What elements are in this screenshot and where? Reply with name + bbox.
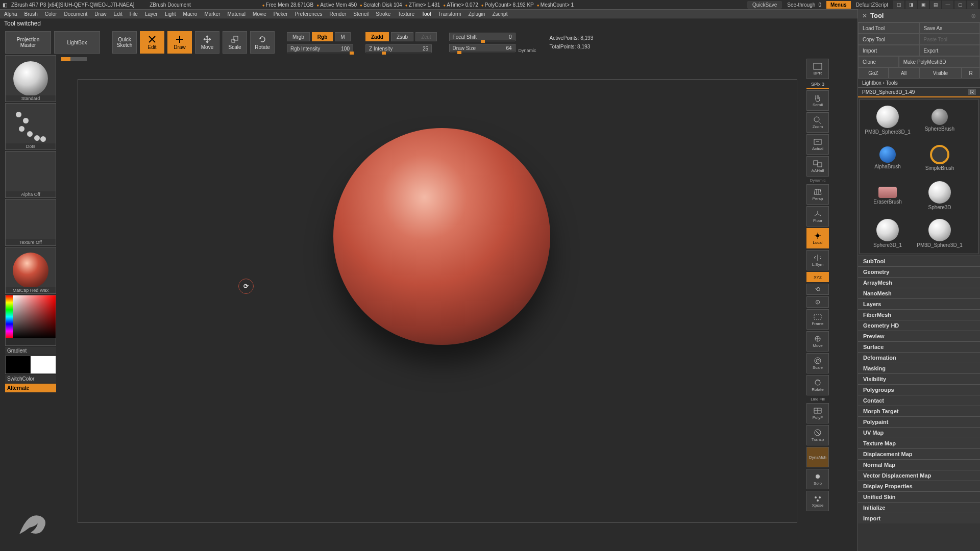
accordion-initialize[interactable]: Initialize <box>858 502 980 513</box>
rotate-axis-button[interactable]: ⟲ <box>806 284 829 295</box>
z-intensity-slider[interactable]: Z Intensity25 <box>365 44 432 53</box>
zsub-button[interactable]: Zsub <box>391 32 413 41</box>
save-as-button[interactable]: Save As <box>919 22 981 34</box>
accordion-geometry-hd[interactable]: Geometry HD <box>858 320 980 331</box>
accordion-deformation[interactable]: Deformation <box>858 352 980 363</box>
import-button[interactable]: Import <box>858 45 919 56</box>
stroke-thumb[interactable]: Dots <box>5 103 56 150</box>
move-mode-button[interactable]: Move <box>195 31 219 54</box>
current-tool-name[interactable]: PM3D_Sphere3D_1.49 R <box>858 88 980 97</box>
menu-stroke[interactable]: Stroke <box>376 11 390 17</box>
brush-thumb[interactable]: Standard <box>5 55 56 102</box>
accordion-polygroups[interactable]: Polygroups <box>858 384 980 395</box>
make-polymesh-button[interactable]: Make PolyMesh3D <box>899 56 980 67</box>
menu-preferences[interactable]: Preferences <box>295 11 323 17</box>
accordion-surface[interactable]: Surface <box>858 341 980 352</box>
menu-macro[interactable]: Macro <box>183 11 198 17</box>
frame-button[interactable]: Frame <box>806 309 829 330</box>
quick-sketch-button[interactable]: Quick Sketch <box>112 31 137 54</box>
scale-mode-button[interactable]: Scale <box>223 31 247 54</box>
saturation-box[interactable] <box>13 295 56 338</box>
accordion-morph-target[interactable]: Morph Target <box>858 406 980 416</box>
tool-item-4[interactable]: EraserBrush <box>863 178 912 213</box>
panel-close-icon[interactable]: ✕ <box>862 12 867 19</box>
menu-render[interactable]: Render <box>330 11 347 17</box>
tool-item-0[interactable]: PM3D_Sphere3D_1 <box>863 103 912 137</box>
panel-pin-icon[interactable]: ◎ <box>971 13 976 18</box>
color-picker[interactable] <box>5 295 56 346</box>
quicksave-button[interactable]: QuickSave <box>747 1 782 9</box>
rotate-cam-button[interactable]: Rotate <box>806 375 829 395</box>
accordion-vector-displacement-map[interactable]: Vector Displacement Map <box>858 470 980 481</box>
zoom-fit-button[interactable]: ⊙ <box>806 296 829 308</box>
menu-layer[interactable]: Layer <box>145 11 158 17</box>
goz-r-button[interactable]: R <box>962 67 980 79</box>
menu-light[interactable]: Light <box>165 11 176 17</box>
xpose-button[interactable]: Xpose <box>806 491 829 511</box>
accordion-display-properties[interactable]: Display Properties <box>858 481 980 491</box>
menus-toggle[interactable]: Menus <box>826 1 851 9</box>
tool-item-6[interactable]: Sphere3D_1 <box>863 216 912 251</box>
tool-item-1[interactable]: SphereBrush <box>915 103 964 137</box>
rotate-mode-button[interactable]: Rotate <box>250 31 275 54</box>
timeline-mini[interactable] <box>61 57 87 61</box>
menu-texture[interactable]: Texture <box>398 11 414 17</box>
accordion-texture-map[interactable]: Texture Map <box>858 438 980 448</box>
zcut-button[interactable]: Zcut <box>415 32 436 41</box>
goz-visible-button[interactable]: Visible <box>919 67 962 79</box>
aahalf-button[interactable]: AAHalf <box>806 156 829 177</box>
maximize-button[interactable]: ▢ <box>954 1 966 9</box>
mesh-sphere[interactable] <box>333 128 550 345</box>
xyz-button[interactable]: XYZ <box>806 272 829 282</box>
tool-item-2[interactable]: AlphaBrush <box>863 140 912 175</box>
menu-marker[interactable]: Marker <box>204 11 220 17</box>
draw-size-slider[interactable]: Draw Size64 <box>449 44 516 52</box>
accordion-masking[interactable]: Masking <box>858 363 980 373</box>
accordion-polypaint[interactable]: Polypaint <box>858 416 980 427</box>
projection-master-button[interactable]: Projection Master <box>5 31 51 54</box>
swatch-black[interactable] <box>5 356 31 374</box>
script-name[interactable]: DefaultZScript <box>852 1 892 9</box>
menu-zscript[interactable]: Zscript <box>492 11 507 17</box>
menu-movie[interactable]: Movie <box>253 11 266 17</box>
accordion-contact[interactable]: Contact <box>858 395 980 406</box>
polyf-button[interactable]: PolyF <box>806 403 829 423</box>
mrgb-button[interactable]: Mrgb <box>287 32 310 41</box>
viewport[interactable]: ⟳ <box>78 79 797 523</box>
lightbox-button[interactable]: LightBox <box>54 31 100 54</box>
menu-document[interactable]: Document <box>64 11 88 17</box>
floor-button[interactable]: Floor <box>806 206 829 227</box>
zadd-button[interactable]: Zadd <box>365 32 389 41</box>
actual-button[interactable]: Actual <box>806 134 829 155</box>
export-button[interactable]: Export <box>919 45 981 56</box>
menu-alpha[interactable]: Alpha <box>4 11 17 17</box>
goz-all-button[interactable]: All <box>889 67 919 79</box>
hue-strip[interactable] <box>6 295 13 338</box>
menu-color[interactable]: Color <box>45 11 57 17</box>
draw-mode-button[interactable]: Draw <box>167 31 192 54</box>
accordion-displacement-map[interactable]: Displacement Map <box>858 448 980 459</box>
close-button[interactable]: ✕ <box>967 1 978 9</box>
menu-transform[interactable]: Transform <box>438 11 461 17</box>
accordion-fibermesh[interactable]: FiberMesh <box>858 309 980 320</box>
solo-button[interactable]: Solo <box>806 469 829 489</box>
accordion-preview[interactable]: Preview <box>858 331 980 341</box>
menu-edit[interactable]: Edit <box>114 11 122 17</box>
zoom-button[interactable]: Zoom <box>806 112 829 133</box>
accordion-import[interactable]: Import <box>858 513 980 523</box>
local-button[interactable]: Local <box>806 228 829 248</box>
accordion-arraymesh[interactable]: ArrayMesh <box>858 277 980 288</box>
gradient-toggle[interactable]: Gradient <box>5 347 56 355</box>
seethrough-slider[interactable]: See-through 0 <box>783 1 825 9</box>
copy-tool-button[interactable]: Copy Tool <box>858 34 919 45</box>
window-btn-3[interactable]: ▣ <box>918 1 929 9</box>
window-btn-1[interactable]: ◫ <box>893 1 904 9</box>
rgb-button[interactable]: Rgb <box>312 32 333 41</box>
lsym-button[interactable]: L.Sym <box>806 250 829 270</box>
scroll-button[interactable]: Scroll <box>806 90 829 111</box>
alpha-thumb[interactable]: Alpha Off <box>5 151 56 198</box>
switchcolor-button[interactable]: SwitchColor <box>5 375 56 383</box>
clone-button[interactable]: Clone <box>858 56 899 67</box>
menu-picker[interactable]: Picker <box>274 11 288 17</box>
tool-item-3[interactable]: SimpleBrush <box>915 140 964 175</box>
